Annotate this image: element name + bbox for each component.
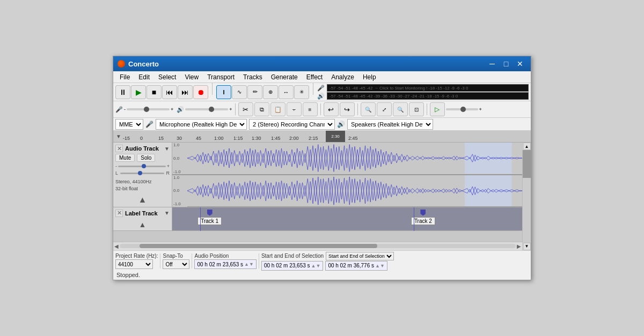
h-scroll-track[interactable]	[120, 244, 516, 248]
play-speed-button[interactable]: ▷	[430, 102, 445, 116]
label-track-content[interactable]: Track 1 Track 2	[172, 207, 522, 230]
project-rate-select[interactable]: 44100	[115, 259, 153, 269]
label-track-controls: ✕ Label Track ▼ ▲	[113, 207, 172, 230]
draw-tool[interactable]: ✏	[247, 85, 262, 99]
label-track-close[interactable]: ✕	[115, 210, 123, 217]
scroll-right-btn[interactable]: ▶	[517, 243, 521, 249]
menu-edit[interactable]: Edit	[134, 72, 154, 82]
trim-button[interactable]: ⫟	[287, 102, 302, 116]
sel-end-spin[interactable]: ▲▼	[375, 263, 385, 268]
zoom-out-button[interactable]: 🔍	[393, 102, 408, 116]
silence-button[interactable]: ≡	[303, 102, 318, 116]
label-track-arrow[interactable]: ▲	[115, 220, 170, 229]
snap-to-select[interactable]: Off	[163, 259, 189, 269]
snap-to-section: Snap-To Off	[163, 253, 189, 269]
zoom-in-button[interactable]: 🔍	[361, 102, 376, 116]
cut-button[interactable]: ✂	[238, 102, 253, 116]
speaker-vu-icon: 🔊	[317, 93, 325, 100]
mute-button[interactable]: Mute	[115, 154, 135, 162]
h-scrollbar[interactable]: ◀ ▶	[113, 242, 522, 250]
stop-button[interactable]: ■	[147, 85, 162, 99]
waveform-upper: 1.0 0.0 -1.0	[172, 143, 522, 174]
host-select[interactable]: MME	[115, 119, 143, 130]
play-button[interactable]: ▶	[131, 85, 146, 99]
label-track-name: Label Track	[125, 210, 164, 216]
pan-left: L	[115, 170, 118, 176]
ruler-label: 1:15	[233, 136, 243, 141]
audio-track-close[interactable]: ✕	[115, 145, 123, 152]
ruler-label: -15	[123, 136, 130, 141]
status-divider1	[160, 253, 160, 268]
output-gain-slider[interactable]	[185, 108, 228, 110]
menu-help[interactable]: Help	[358, 72, 380, 82]
selection-mode-select[interactable]: Start and End of Selection	[326, 252, 394, 260]
zoom-fit-button[interactable]: ⤢	[377, 102, 392, 116]
ruler-label: 2:15	[309, 136, 318, 141]
zoom-tool[interactable]: ⊕	[263, 85, 278, 99]
close-button[interactable]: ✕	[514, 59, 526, 69]
solo-button[interactable]: Solo	[137, 154, 155, 162]
label-track-collapse[interactable]: ▼	[164, 210, 170, 216]
output-device-select[interactable]: Speakers (Realtek High Definiti	[347, 119, 433, 130]
selection-end-value[interactable]: 00 h 02 m 36,776 s ▲▼	[325, 261, 387, 271]
audio-track-collapse[interactable]: ▼	[164, 146, 170, 152]
menu-view[interactable]: View	[180, 72, 203, 82]
record-button[interactable]: ⏺	[193, 85, 208, 99]
v-scrollbar[interactable]: ▲ ▼	[522, 143, 531, 250]
audio-pos-spin[interactable]: ▲▼	[244, 262, 254, 267]
input-device-select[interactable]: Microphone (Realtek High Defini	[156, 119, 247, 130]
label-track2: Track 2	[411, 207, 435, 225]
v-scroll-thumb[interactable]	[523, 150, 531, 178]
audio-pos-value[interactable]: 00 h 02 m 23,653 s ▲▼	[194, 259, 256, 269]
menu-tracks[interactable]: Tracks	[239, 72, 267, 82]
speaker-device-icon: 🔊	[337, 121, 345, 128]
label1-text: Track 1	[197, 217, 222, 225]
channels-select[interactable]: 2 (Stereo) Recording Channels	[249, 119, 335, 130]
selection-start-value[interactable]: 00 h 02 m 23,653 s ▲▼	[261, 261, 323, 271]
envelope-tool[interactable]: ∿	[232, 85, 247, 99]
menu-file[interactable]: File	[115, 72, 134, 82]
menu-transport[interactable]: Transport	[203, 72, 239, 82]
maximize-button[interactable]: □	[500, 59, 513, 69]
window-title: Concerto	[128, 60, 159, 68]
speed-plus: +	[479, 107, 482, 112]
menu-effect[interactable]: Effect	[302, 72, 327, 82]
title-bar: Concerto ─ □ ✕	[113, 56, 531, 71]
waveform-container[interactable]: 1.0 0.0 -1.0	[172, 143, 522, 206]
pan-slider[interactable]	[120, 173, 164, 174]
input-gain-slider[interactable]	[127, 108, 170, 110]
skip-back-button[interactable]: ⏮	[162, 85, 177, 99]
y-label-0.0: 0.0	[172, 156, 187, 161]
select-tool[interactable]: I	[216, 85, 231, 99]
scroll-left-btn[interactable]: ◀	[114, 243, 119, 249]
input-minus: -	[124, 107, 126, 112]
paste-button[interactable]: 📋	[270, 102, 286, 116]
sel-start-spin[interactable]: ▲▼	[311, 263, 321, 268]
menu-bar: File Edit Select View Transport Tracks G…	[113, 71, 531, 83]
menu-select[interactable]: Select	[154, 72, 180, 82]
v-scroll-down[interactable]: ▼	[523, 243, 531, 250]
vu-levels-top: -57 -54 -51 -48 -45 -42 → Click to Start…	[330, 86, 468, 91]
menu-analyze[interactable]: Analyze	[327, 72, 358, 82]
track-expand-arrow[interactable]: ▲	[115, 195, 170, 205]
copy-button[interactable]: ⧉	[254, 102, 269, 116]
multitool[interactable]: ✳	[294, 85, 309, 99]
pause-button[interactable]: ⏸	[115, 85, 130, 99]
main-window: Concerto ─ □ ✕ File Edit Select View Tra…	[113, 56, 531, 280]
redo-button[interactable]: ↪	[340, 102, 355, 116]
gain-slider[interactable]	[118, 166, 166, 167]
label2-text: Track 2	[411, 217, 435, 225]
menu-generate[interactable]: Generate	[267, 72, 302, 82]
v-scroll-track[interactable]	[523, 150, 531, 242]
h-scroll-thumb[interactable]	[140, 244, 377, 248]
label-track1: Track 1	[197, 207, 222, 225]
minimize-button[interactable]: ─	[486, 59, 499, 69]
v-scroll-up[interactable]: ▲	[523, 143, 531, 150]
undo-button[interactable]: ↩	[324, 102, 339, 116]
speed-slider[interactable]	[446, 108, 478, 110]
zoom-sel-button[interactable]: ⊡	[409, 102, 424, 116]
timeshift-tool[interactable]: ↔	[279, 85, 294, 99]
waveform-svg-lower	[187, 175, 522, 206]
label1-line	[200, 207, 201, 231]
skip-fwd-button[interactable]: ⏭	[178, 85, 193, 99]
